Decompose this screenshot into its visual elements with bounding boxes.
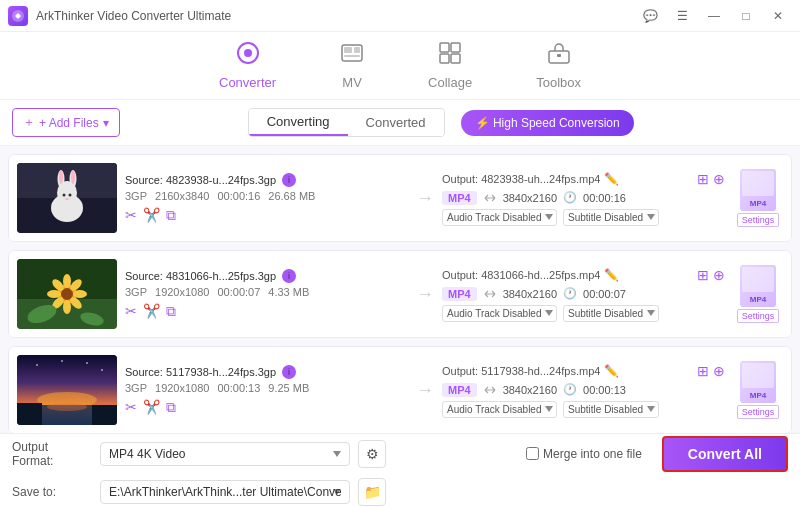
duration-2: 00:00:07 xyxy=(217,286,260,298)
output-name-2: Output: 4831066-hd...25fps.mp4 ✏️ ⊞ ⊕ xyxy=(442,267,725,283)
settings-btn-3[interactable]: Settings xyxy=(737,405,780,419)
audio-track-select-2[interactable]: Audio Track Disabled xyxy=(442,305,557,322)
browse-folder-icon[interactable]: 📁 xyxy=(358,478,386,506)
settings-btn-2[interactable]: Settings xyxy=(737,309,780,323)
edit-icon-1[interactable]: ✏️ xyxy=(604,172,619,186)
converter-icon xyxy=(236,41,260,71)
cut-icon-2[interactable]: ✂ xyxy=(125,303,137,320)
copy-icon-1[interactable]: ⧉ xyxy=(166,207,176,224)
file-info-1: Source: 4823938-u...24fps.3gp i 3GP 2160… xyxy=(125,173,408,224)
svg-rect-12 xyxy=(557,54,561,57)
merge-checkbox-row: Merge into one file xyxy=(526,447,642,461)
output-section-2: Output: 4831066-hd...25fps.mp4 ✏️ ⊞ ⊕ MP… xyxy=(442,267,725,322)
menu-btn[interactable]: ☰ xyxy=(668,6,696,26)
add-icon-1[interactable]: ⊕ xyxy=(713,171,725,187)
cut-icon-3[interactable]: ✂ xyxy=(125,399,137,416)
file-info-3: Source: 5117938-h...24fps.3gp i 3GP 1920… xyxy=(125,365,408,416)
chat-btn[interactable]: 💬 xyxy=(636,6,664,26)
format-badge-2: MP4 xyxy=(442,287,477,301)
merge-label[interactable]: Merge into one file xyxy=(543,447,642,461)
clock-icon-3: 🕐 xyxy=(563,383,577,396)
svg-point-44 xyxy=(36,364,38,366)
file-meta-1: 3GP 2160x3840 00:00:16 26.68 MB xyxy=(125,190,408,202)
convert-all-button[interactable]: Convert All xyxy=(662,436,788,472)
info-icon-2[interactable]: i xyxy=(282,269,296,283)
format-3: 3GP xyxy=(125,382,147,394)
info-icon-1[interactable]: i xyxy=(282,173,296,187)
svg-point-20 xyxy=(71,170,75,184)
scissors-icon-2[interactable]: ✂️ xyxy=(143,303,160,320)
clock-icon-2: 🕐 xyxy=(563,287,577,300)
svg-rect-7 xyxy=(440,43,449,52)
svg-point-41 xyxy=(47,403,87,411)
add-files-label: + Add Files xyxy=(39,116,99,130)
format-settings-icon[interactable]: ⚙ xyxy=(358,440,386,468)
maximize-btn[interactable]: □ xyxy=(732,6,760,26)
save-row: Save to: E:\ArkThinker\ArkThink...ter Ul… xyxy=(12,478,788,506)
tab-toolbox[interactable]: Toolbox xyxy=(524,37,593,94)
subtitle-select-1[interactable]: Subtitle Disabled xyxy=(563,209,659,226)
tab-mv-label: MV xyxy=(342,75,362,90)
minimize-btn[interactable]: — xyxy=(700,6,728,26)
output-format-row-2: MP4 3840x2160 🕐 00:00:07 xyxy=(442,287,725,301)
svg-point-22 xyxy=(69,194,72,197)
track-row-1: Audio Track Disabled Subtitle Disabled xyxy=(442,209,725,226)
svg-point-47 xyxy=(101,369,103,371)
scissors-icon-3[interactable]: ✂️ xyxy=(143,399,160,416)
add-icon-2[interactable]: ⊕ xyxy=(713,267,725,283)
arrow-2: → xyxy=(416,284,434,305)
app-title: ArkThinker Video Converter Ultimate xyxy=(36,9,636,23)
file-info-2: Source: 4831066-h...25fps.3gp i 3GP 1920… xyxy=(125,269,408,320)
subtitle-select-2[interactable]: Subtitle Disabled xyxy=(563,305,659,322)
scissors-icon-1[interactable]: ✂️ xyxy=(143,207,160,224)
svg-point-29 xyxy=(63,300,71,314)
output-icons-3: ⊞ ⊕ xyxy=(697,363,725,379)
tab-converter[interactable]: Converter xyxy=(207,37,288,94)
svg-rect-42 xyxy=(17,403,42,425)
file-icon-2: MP4 xyxy=(740,265,776,307)
file-meta-3: 3GP 1920x1080 00:00:13 9.25 MB xyxy=(125,382,408,394)
close-btn[interactable]: ✕ xyxy=(764,6,792,26)
subtitle-select-3[interactable]: Subtitle Disabled xyxy=(563,401,659,418)
output-text-3: Output: 5117938-hd...24fps.mp4 xyxy=(442,365,600,377)
settings-thumb-1: MP4 Settings xyxy=(733,169,783,227)
copy-icon-3[interactable]: ⧉ xyxy=(166,399,176,416)
settings-btn-1[interactable]: Settings xyxy=(737,213,780,227)
cut-icon-1[interactable]: ✂ xyxy=(125,207,137,224)
tab-converter-label: Converter xyxy=(219,75,276,90)
tab-collage[interactable]: Collage xyxy=(416,37,484,94)
toolbox-icon xyxy=(547,41,571,71)
add-icon-3[interactable]: ⊕ xyxy=(713,363,725,379)
collage-icon xyxy=(438,41,462,71)
tab-converted[interactable]: Converted xyxy=(348,109,444,136)
file-list: Source: 4823938-u...24fps.3gp i 3GP 2160… xyxy=(0,146,800,433)
high-speed-button[interactable]: ⚡ High Speed Conversion xyxy=(461,110,634,136)
edit-icon-3[interactable]: ✏️ xyxy=(604,364,619,378)
audio-track-select-3[interactable]: Audio Track Disabled xyxy=(442,401,557,418)
screen-icon-2[interactable]: ⊞ xyxy=(697,267,709,283)
save-path-select[interactable]: E:\ArkThinker\ArkThink...ter Ultimate\Co… xyxy=(100,480,350,504)
output-format-row-3: MP4 3840x2160 🕐 00:00:13 xyxy=(442,383,725,397)
nav-tabs: Converter MV Collage xyxy=(0,32,800,100)
out-duration-2: 00:00:07 xyxy=(583,288,626,300)
tab-mv[interactable]: MV xyxy=(328,37,376,94)
svg-rect-43 xyxy=(92,405,117,425)
resolution-2: 1920x1080 xyxy=(155,286,209,298)
screen-icon-1[interactable]: ⊞ xyxy=(697,171,709,187)
format-label: Output Format: xyxy=(12,440,92,468)
screen-icon-3[interactable]: ⊞ xyxy=(697,363,709,379)
output-format-row-1: MP4 3840x2160 🕐 00:00:16 xyxy=(442,191,725,205)
info-icon-3[interactable]: i xyxy=(282,365,296,379)
file-source-3: Source: 5117938-h...24fps.3gp i xyxy=(125,365,408,379)
merge-checkbox[interactable] xyxy=(526,447,539,460)
audio-track-select-1[interactable]: Audio Track Disabled xyxy=(442,209,557,226)
add-files-button[interactable]: ＋ + Add Files ▾ xyxy=(12,108,120,137)
edit-icon-2[interactable]: ✏️ xyxy=(604,268,619,282)
clock-icon-1: 🕐 xyxy=(563,191,577,204)
out-duration-3: 00:00:13 xyxy=(583,384,626,396)
thumbnail-1 xyxy=(17,163,117,233)
format-select[interactable]: MP4 4K Video xyxy=(100,442,350,466)
tab-converting[interactable]: Converting xyxy=(249,109,348,136)
copy-icon-2[interactable]: ⧉ xyxy=(166,303,176,320)
thumbnail-3 xyxy=(17,355,117,425)
